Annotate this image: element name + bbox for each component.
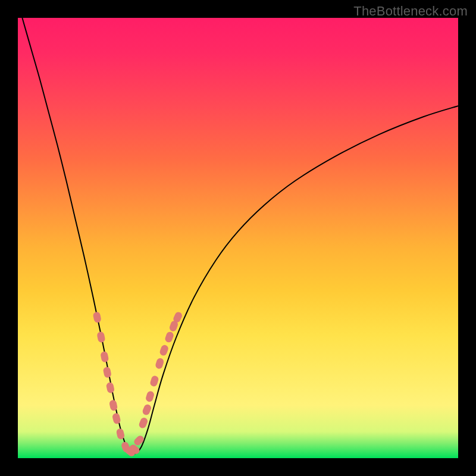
marker — [142, 403, 152, 416]
marker — [103, 367, 112, 378]
frame: TheBottleneck.com — [0, 0, 476, 476]
watermark-text: TheBottleneck.com — [353, 4, 468, 19]
marker — [159, 344, 169, 356]
marker — [138, 416, 149, 429]
marker — [133, 434, 145, 447]
marker — [155, 358, 165, 370]
bottleneck-curve — [22, 18, 458, 454]
marker — [149, 375, 159, 387]
marker — [106, 382, 115, 394]
marker — [96, 331, 105, 343]
marker — [100, 351, 109, 363]
marker — [112, 412, 121, 424]
markers-group — [92, 311, 183, 458]
plot-area — [18, 18, 458, 458]
chart-overlay — [18, 18, 458, 458]
marker — [145, 390, 155, 403]
marker — [164, 331, 174, 343]
marker — [92, 311, 101, 323]
